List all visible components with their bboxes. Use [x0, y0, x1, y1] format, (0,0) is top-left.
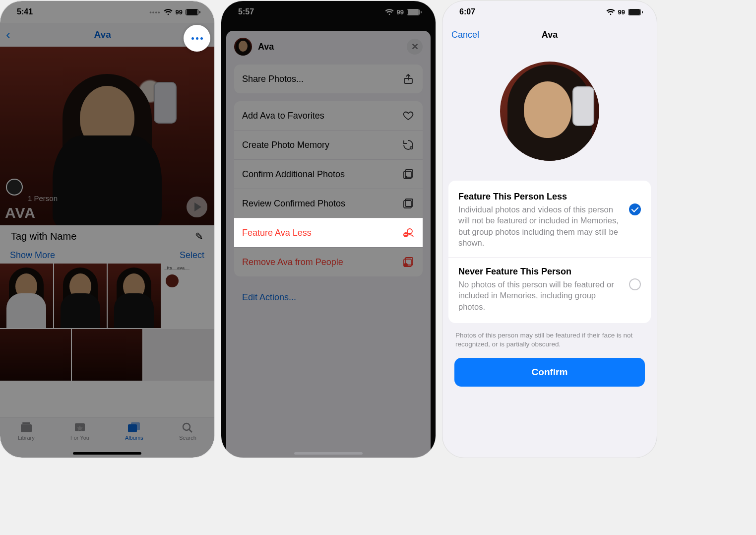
row-label: Add Ava to Favorites	[242, 111, 324, 121]
remove-person-icon	[402, 256, 415, 268]
svg-rect-4	[131, 422, 140, 430]
photo-thumb[interactable]	[108, 264, 161, 328]
action-confirm-photos[interactable]: Confirm Additional Photos	[234, 159, 423, 189]
battery-percent: 99	[397, 8, 404, 16]
tab-library[interactable]: Library	[18, 421, 35, 441]
close-button[interactable]: ✕	[407, 39, 423, 55]
option-never-feature[interactable]: Never Feature This Person No photos of t…	[448, 257, 651, 321]
albums-icon	[127, 421, 141, 433]
option-title: Feature This Person Less	[458, 192, 622, 202]
select-link[interactable]: Select	[180, 250, 204, 261]
person-badge-icon[interactable]	[6, 179, 23, 196]
row-label: Confirm Additional Photos	[242, 169, 345, 180]
photo-thumb[interactable]	[143, 329, 214, 381]
nav-title: Ava	[94, 29, 111, 40]
action-remove-person[interactable]: Remove Ava from People	[234, 247, 423, 276]
action-add-favorite[interactable]: Add Ava to Favorites	[234, 101, 423, 130]
confirm-photos-icon	[402, 168, 415, 181]
links-row: Show More Select	[0, 245, 214, 264]
hero-photo[interactable]: 1 Person AVA	[0, 47, 214, 225]
home-indicator[interactable]	[294, 452, 363, 455]
library-icon	[19, 421, 33, 433]
row-label: Share Photos...	[242, 74, 304, 84]
radio-unchecked-icon[interactable]	[629, 278, 641, 290]
show-more-link[interactable]: Show More	[10, 250, 55, 261]
option-description: Individual photos and videos of this per…	[458, 204, 622, 248]
edit-actions-link[interactable]: Edit Actions...	[234, 284, 423, 303]
nav-bar: ‹ Ava	[0, 23, 214, 47]
nav-title: Ava	[542, 30, 558, 40]
dots-signal-icon: ••••	[149, 8, 160, 16]
heart-icon	[402, 109, 415, 122]
svg-rect-1	[22, 422, 30, 424]
confirm-button[interactable]: Confirm	[454, 358, 645, 387]
svg-rect-20	[405, 265, 407, 265]
screen-album-person: 5:41 •••• 99 ‹ Ava 1 Person AV	[0, 1, 214, 458]
foryou-icon	[73, 421, 87, 433]
status-time: 5:57	[238, 7, 254, 16]
photo-thumb[interactable]	[0, 264, 53, 328]
options-card: Feature This Person Less Individual phot…	[448, 181, 651, 323]
cancel-button[interactable]: Cancel	[451, 30, 479, 40]
one-person-label: 1 Person	[28, 194, 58, 202]
home-indicator[interactable]	[73, 452, 141, 455]
svg-line-6	[189, 429, 192, 432]
status-time: 5:41	[17, 7, 33, 16]
row-label: Review Confirmed Photos	[242, 199, 345, 209]
action-feature-less[interactable]: Feature Ava Less	[234, 218, 423, 247]
action-sheet: Ava ✕ Share Photos... Add Ava to Favorit…	[226, 31, 431, 458]
screen-feature-less-dialog: 6:07 99 Cancel Ava Feature This Person L…	[442, 1, 657, 458]
option-feature-less[interactable]: Feature This Person Less Individual phot…	[448, 183, 651, 257]
tab-albums[interactable]: Albums	[125, 421, 143, 441]
radio-checked-icon[interactable]	[629, 203, 641, 215]
tab-for-you[interactable]: For You	[70, 421, 89, 441]
svg-rect-16	[404, 234, 407, 235]
tag-row[interactable]: Tag with Name ✎	[0, 225, 214, 245]
svg-point-11	[405, 176, 408, 179]
pencil-icon: ✎	[195, 230, 203, 242]
photo-thumb[interactable]	[54, 264, 107, 328]
review-photos-icon	[402, 197, 415, 210]
tab-search[interactable]: Search	[179, 421, 196, 441]
avatar	[234, 38, 252, 56]
nav-bar: Cancel Ava	[442, 23, 657, 47]
action-review-photos[interactable]: Review Confirmed Photos	[234, 189, 423, 218]
footnote: Photos of this person may still be featu…	[442, 331, 657, 358]
avatar-large	[500, 62, 599, 161]
play-button[interactable]	[187, 197, 207, 217]
photo-thumb-instagram[interactable]: _its__ava__	[162, 264, 215, 328]
tab-bar: Library For You Albums Search	[0, 417, 214, 458]
svg-point-14	[407, 229, 412, 234]
row-label: Feature Ava Less	[242, 228, 312, 238]
action-share-photos[interactable]: Share Photos...	[234, 65, 423, 93]
option-description: No photos of this person will be feature…	[458, 279, 622, 312]
action-group-share: Share Photos...	[234, 65, 423, 93]
action-create-memory[interactable]: Create Photo Memory	[234, 130, 423, 159]
row-label: Remove Ava from People	[242, 257, 343, 268]
battery-icon	[628, 9, 643, 15]
feature-less-icon	[402, 226, 415, 239]
screen-action-sheet: 5:57 99 Ava ✕ Share Photos...	[221, 1, 436, 458]
wifi-icon	[606, 9, 615, 15]
status-time: 6:07	[459, 7, 475, 16]
hero-name-overlay: AVA	[5, 204, 36, 221]
battery-icon	[407, 9, 422, 15]
tab-label: Library	[18, 435, 35, 441]
battery-percent: 99	[618, 8, 625, 16]
tab-label: Albums	[125, 435, 143, 441]
wifi-icon	[385, 9, 394, 15]
tab-label: For You	[70, 435, 89, 441]
photo-thumb[interactable]	[72, 329, 143, 381]
status-bar: 6:07 99	[442, 1, 657, 23]
back-button[interactable]: ‹	[6, 27, 10, 43]
ig-handle: _its__ava__	[165, 266, 190, 270]
more-button[interactable]	[184, 25, 210, 52]
sheet-title: Ava	[258, 42, 274, 52]
photo-thumb[interactable]	[0, 329, 71, 381]
svg-rect-0	[21, 424, 32, 432]
status-bar: 5:41 •••• 99	[0, 1, 214, 23]
action-group-main: Add Ava to Favorites Create Photo Memory…	[234, 101, 423, 276]
photo-grid-row-1: _its__ava__	[0, 264, 214, 328]
battery-icon	[186, 9, 200, 15]
tab-label: Search	[179, 435, 196, 441]
